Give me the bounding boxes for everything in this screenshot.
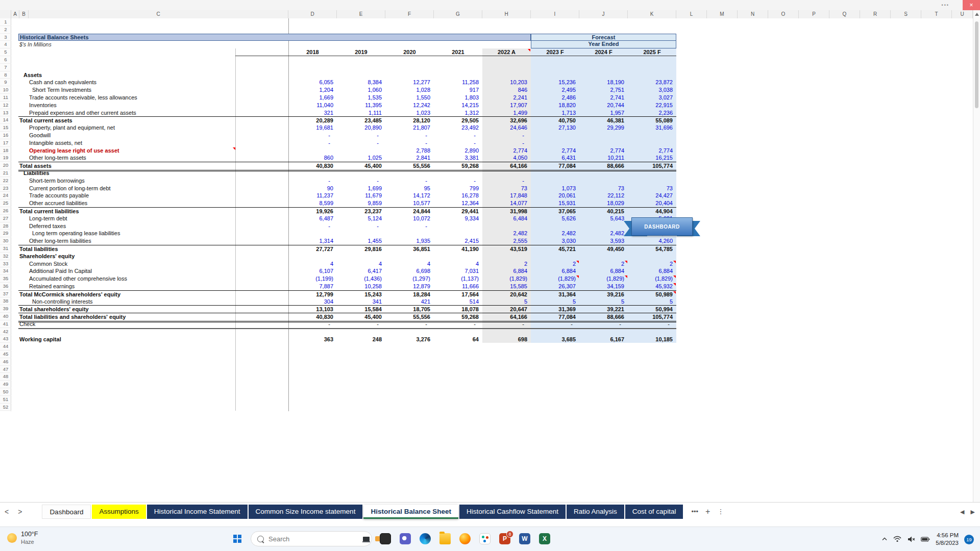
row-label-28[interactable]: Deferred taxes — [29, 222, 66, 230]
tab-nav-next-button[interactable]: > — [13, 505, 27, 519]
tab-scroll-right-button[interactable]: ▶ — [971, 509, 975, 515]
row-label-38[interactable]: Non-controlling interests — [32, 298, 93, 306]
cell-I38[interactable]: 5 — [531, 298, 579, 306]
row-label-39[interactable]: Total shareholders' equity — [19, 306, 89, 313]
cell-K15[interactable]: 31,696 — [628, 124, 676, 132]
row-label-25[interactable]: Other accrued liabilities — [29, 199, 87, 207]
cell-G37[interactable]: 17,564 — [434, 291, 482, 298]
powerpoint-icon[interactable]: P8 — [498, 532, 511, 545]
cell-K41[interactable]: - — [628, 320, 676, 328]
file-explorer-icon[interactable] — [438, 532, 452, 545]
cell-H16[interactable]: - — [482, 132, 531, 139]
cell-F24[interactable]: 14,172 — [385, 192, 434, 199]
cell-D23[interactable]: 90 — [288, 185, 337, 192]
cell-F41[interactable]: - — [385, 320, 434, 328]
cell-J25[interactable]: 18,029 — [579, 199, 628, 207]
cell-K43[interactable]: 10,185 — [628, 336, 676, 343]
column-header-M[interactable]: M — [707, 10, 738, 18]
cell-F43[interactable]: 3,276 — [385, 336, 434, 343]
cell-H11[interactable]: 2,241 — [482, 94, 531, 102]
cell-J28[interactable] — [579, 222, 628, 230]
sheet-tab-historical-income-statement[interactable]: Historical Income Statement — [147, 505, 248, 519]
column-header-E[interactable]: E — [337, 10, 385, 18]
cell-H38[interactable]: 5 — [482, 298, 531, 306]
cell-G26[interactable]: 29,441 — [434, 208, 482, 215]
cell-I18[interactable]: 2,774 — [531, 147, 579, 155]
cell-I26[interactable]: 37,065 — [531, 208, 579, 215]
cell-K36[interactable]: 45,932 — [628, 283, 676, 290]
cell-F15[interactable]: 21,807 — [385, 124, 434, 132]
cell-F34[interactable]: 6,698 — [385, 267, 434, 275]
row-label-34[interactable]: Additional Paid In Capital — [29, 267, 92, 275]
cell-H30[interactable]: 2,555 — [482, 237, 531, 245]
cell-D13[interactable]: 321 — [288, 109, 337, 117]
cell-J38[interactable]: 5 — [579, 298, 628, 306]
cell-F26[interactable]: 24,844 — [385, 208, 434, 215]
cell-J12[interactable]: 20,744 — [579, 102, 628, 109]
cell-F10[interactable]: 1,028 — [385, 86, 434, 94]
cell-H23[interactable]: 73 — [482, 185, 531, 192]
row-label-30[interactable]: Other long-term liabilities — [29, 237, 91, 245]
cell-G41[interactable]: - — [434, 320, 482, 328]
cell-E26[interactable]: 23,237 — [337, 208, 385, 215]
cell-D39[interactable]: 13,103 — [288, 306, 337, 313]
cell-E36[interactable]: 10,258 — [337, 283, 385, 290]
cell-J19[interactable]: 10,211 — [579, 154, 628, 162]
row-label-43[interactable]: Working capital — [19, 336, 61, 343]
cell-D26[interactable]: 19,926 — [288, 208, 337, 215]
row-label-21[interactable]: Liabilities — [23, 169, 50, 177]
cell-E16[interactable]: - — [337, 132, 385, 139]
clock[interactable]: 4:56 PM 5/8/2023 — [936, 532, 959, 547]
row-label-24[interactable]: Trade accounts payable — [29, 192, 89, 199]
cell-G34[interactable]: 7,031 — [434, 267, 482, 275]
cell-E35[interactable]: (1,436) — [337, 275, 385, 283]
cell-E27[interactable]: 5,124 — [337, 215, 385, 222]
cell-D19[interactable]: 860 — [288, 154, 337, 162]
row-label-20[interactable]: Total assets — [19, 162, 52, 170]
cell-E14[interactable]: 23,485 — [337, 117, 385, 124]
battery-icon[interactable] — [921, 536, 930, 542]
row-label-17[interactable]: Intangible assets, net — [29, 139, 82, 147]
cell-I17[interactable] — [531, 139, 579, 147]
cell-G13[interactable]: 1,312 — [434, 109, 482, 117]
cell-D15[interactable]: 19,681 — [288, 124, 337, 132]
cell-K39[interactable]: 50,994 — [628, 306, 676, 313]
cell-I20[interactable]: 77,084 — [531, 162, 579, 170]
cell-J11[interactable]: 2,741 — [579, 94, 628, 102]
cell-I36[interactable]: 26,307 — [531, 283, 579, 290]
cell-H22[interactable]: - — [482, 177, 531, 185]
cell-I37[interactable]: 31,364 — [531, 291, 579, 298]
cell-H14[interactable]: 32,696 — [482, 117, 531, 124]
cell-K11[interactable]: 3,027 — [628, 94, 676, 102]
cell-H12[interactable]: 17,907 — [482, 102, 531, 109]
scroll-up-button[interactable] — [975, 13, 979, 16]
sheet-tab-historical-balance-sheet[interactable]: Historical Balance Sheet — [363, 505, 458, 519]
cell-J35[interactable]: (1,829) — [579, 275, 628, 283]
cell-D9[interactable]: 6,055 — [288, 79, 337, 86]
cell-J20[interactable]: 88,666 — [579, 162, 628, 170]
cell-J9[interactable]: 18,190 — [579, 79, 628, 86]
cell-E17[interactable]: - — [337, 139, 385, 147]
row-label-26[interactable]: Total current liabilities — [19, 208, 79, 215]
cell-I39[interactable]: 31,369 — [531, 306, 579, 313]
cell-E38[interactable]: 341 — [337, 298, 385, 306]
cell-H9[interactable]: 10,203 — [482, 79, 531, 86]
cell-D22[interactable]: - — [288, 177, 337, 185]
tab-nav-prev-button[interactable]: < — [0, 505, 13, 519]
row-label-27[interactable]: Long-term debt — [29, 215, 67, 222]
cell-D31[interactable]: 27,727 — [288, 245, 337, 253]
row-label-16[interactable]: Goodwill — [29, 132, 51, 139]
cell-F11[interactable]: 1,550 — [385, 94, 434, 102]
cell-D28[interactable]: - — [288, 222, 337, 230]
cell-F31[interactable]: 36,851 — [385, 245, 434, 253]
cell-F28[interactable]: - — [385, 222, 434, 230]
cell-K10[interactable]: 3,038 — [628, 86, 676, 94]
cell-F30[interactable]: 1,935 — [385, 237, 434, 245]
row-label-11[interactable]: Trade accounts receivable, less allowanc… — [29, 94, 137, 102]
start-button[interactable] — [231, 532, 244, 545]
cell-K23[interactable]: 73 — [628, 185, 676, 192]
cell-I40[interactable]: 77,084 — [531, 313, 579, 321]
cell-F22[interactable]: - — [385, 177, 434, 185]
volume-icon[interactable] — [907, 536, 915, 543]
cell-I9[interactable]: 15,236 — [531, 79, 579, 86]
